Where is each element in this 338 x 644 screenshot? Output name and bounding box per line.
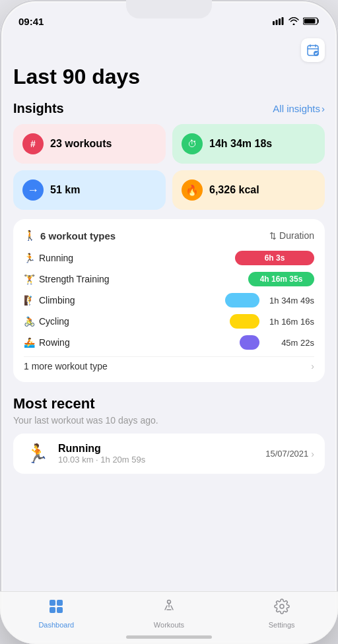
svg-rect-0 — [273, 21, 275, 25]
all-insights-link[interactable]: All insights › — [273, 103, 325, 114]
climbing-label: 🧗 Climbing — [24, 295, 110, 306]
dashboard-icon — [48, 598, 64, 618]
duration-value: 14h 34m 18s — [209, 138, 272, 150]
duration-sort-button[interactable]: ⇅ Duration — [269, 230, 314, 241]
recent-workout-info: Running 10.03 km · 1h 20m 59s — [58, 443, 257, 465]
recent-workout-meta: 10.03 km · 1h 20m 59s — [58, 455, 257, 465]
settings-tab-label: Settings — [269, 621, 295, 629]
rowing-label: 🚣 Rowing — [24, 337, 110, 348]
cycling-duration: 1h 16m 16s — [265, 317, 314, 327]
tab-settings[interactable]: Settings — [259, 598, 305, 629]
most-recent-section: Most recent Your last workout was 10 day… — [13, 395, 325, 474]
notch — [126, 0, 212, 18]
insights-section-header: Insights All insights › — [13, 101, 325, 116]
recent-workout-card[interactable]: 🏃 Running 10.03 km · 1h 20m 59s 15/07/20… — [13, 434, 325, 474]
svg-rect-2 — [279, 18, 281, 25]
phone-frame: 09:41 — [0, 0, 338, 644]
cycling-bar — [230, 314, 259, 329]
status-time: 09:41 — [18, 16, 44, 27]
running-label: 🏃 Running — [24, 253, 110, 263]
most-recent-subtitle: Your last workout was 10 days ago. — [13, 415, 325, 426]
calories-icon: 🔥 — [182, 179, 203, 201]
tab-dashboard[interactable]: Dashboard — [33, 598, 79, 629]
workout-types-icon: 🚶 — [24, 230, 36, 242]
duration-icon: ⏱ — [182, 133, 203, 154]
sort-icon: ⇅ — [269, 231, 277, 241]
rowing-bar — [240, 335, 259, 350]
workout-types-title: 🚶 6 workout types — [24, 230, 116, 242]
insights-title: Insights — [13, 101, 64, 116]
workouts-tab-icon — [161, 598, 177, 618]
recent-chevron-icon: › — [311, 449, 314, 459]
workouts-tab-label: Workouts — [154, 621, 184, 629]
strength-icon: 🏋️ — [24, 274, 35, 284]
svg-rect-3 — [282, 17, 284, 25]
settings-tab-icon — [274, 598, 290, 618]
cycling-icon: 🚴 — [24, 316, 35, 327]
insight-card-calories[interactable]: 🔥 6,326 kcal — [172, 170, 325, 210]
chevron-right-icon: › — [321, 103, 325, 114]
page-title: Last 90 days — [13, 65, 325, 89]
more-label: 1 more workout type — [24, 361, 108, 371]
calendar-button[interactable] — [301, 38, 325, 62]
svg-point-13 — [280, 604, 284, 608]
workout-row-running: 🏃 Running 6h 3s — [24, 251, 314, 265]
distance-value: 51 km — [50, 184, 80, 196]
battery-icon — [303, 17, 320, 25]
workout-row-climbing: 🧗 Climbing 1h 34m 49s — [24, 293, 314, 307]
strength-bar: 4h 16m 35s — [248, 272, 314, 286]
svg-rect-11 — [57, 607, 63, 613]
rowing-icon: 🚣 — [24, 337, 35, 348]
workout-row-strength: 🏋️ Strength Training 4h 16m 35s — [24, 272, 314, 286]
workout-row-rowing: 🚣 Rowing 45m 22s — [24, 335, 314, 350]
strength-label: 🏋️ Strength Training — [24, 274, 110, 284]
svg-rect-5 — [304, 19, 316, 24]
scroll-area[interactable]: Last 90 days Insights All insights › # 2… — [0, 33, 338, 591]
workouts-value: 23 workouts — [50, 138, 112, 150]
calendar-icon — [306, 44, 320, 57]
recent-workout-date: 15/07/2021 › — [265, 449, 314, 459]
recent-workout-name: Running — [58, 443, 257, 455]
status-icons — [273, 17, 320, 25]
wifi-icon — [288, 17, 299, 25]
workout-types-header: 🚶 6 workout types ⇅ Duration — [24, 230, 314, 242]
running-icon: 🏃 — [24, 253, 35, 263]
svg-rect-1 — [276, 20, 278, 25]
insight-card-distance[interactable]: → 51 km — [13, 170, 166, 210]
svg-rect-8 — [50, 600, 55, 606]
svg-point-12 — [167, 600, 170, 604]
home-indicator — [126, 635, 212, 639]
climbing-bar — [225, 293, 259, 307]
climbing-duration: 1h 34m 49s — [265, 296, 314, 306]
rowing-duration: 45m 22s — [265, 338, 314, 348]
workout-row-cycling: 🚴 Cycling 1h 16m 16s — [24, 314, 314, 329]
insight-card-workouts[interactable]: # 23 workouts — [13, 124, 166, 164]
insights-grid: # 23 workouts ⏱ 14h 34m 18s → 51 km 🔥 6,… — [13, 124, 325, 210]
cycling-label: 🚴 Cycling — [24, 316, 110, 327]
svg-rect-9 — [57, 600, 63, 606]
insight-card-duration[interactable]: ⏱ 14h 34m 18s — [172, 124, 325, 164]
workout-types-card: 🚶 6 workout types ⇅ Duration 🏃 Running 6… — [13, 219, 325, 382]
svg-rect-10 — [50, 607, 55, 613]
running-bar: 6h 3s — [235, 251, 314, 265]
dashboard-tab-label: Dashboard — [38, 621, 74, 629]
distance-icon: → — [22, 179, 44, 201]
climbing-icon: 🧗 — [24, 295, 35, 306]
signal-icon — [273, 17, 285, 25]
recent-workout-icon: 🏃 — [24, 443, 50, 465]
tab-workouts[interactable]: Workouts — [146, 598, 192, 629]
more-chevron-icon: › — [311, 361, 314, 371]
workouts-icon: # — [22, 133, 44, 154]
more-workout-types-row[interactable]: 1 more workout type › — [24, 356, 314, 371]
calories-value: 6,326 kcal — [209, 184, 259, 196]
most-recent-title: Most recent — [13, 395, 325, 412]
